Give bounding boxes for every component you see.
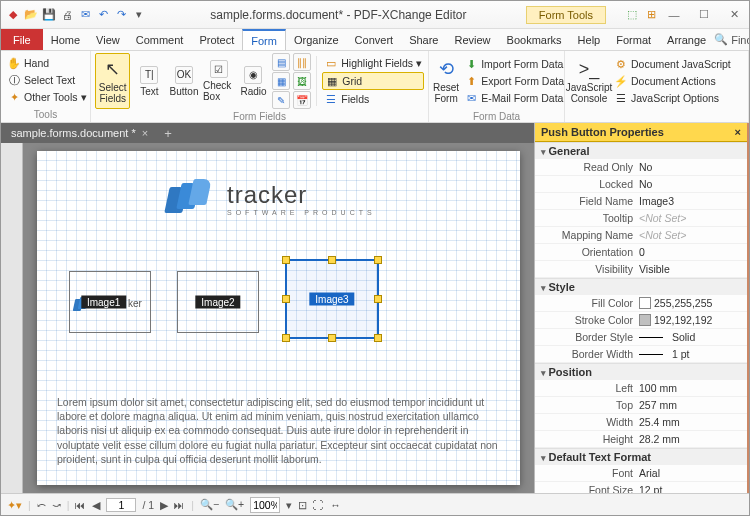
combobox-icon[interactable]: ▦ xyxy=(272,72,290,90)
tab-review[interactable]: Review xyxy=(446,29,498,50)
tab-protect[interactable]: Protect xyxy=(191,29,242,50)
options-icon[interactable]: ✦▾ xyxy=(7,499,22,511)
form-field-image2[interactable]: Image2 xyxy=(177,271,259,333)
fields-panel-button[interactable]: ☰Fields xyxy=(322,91,424,107)
tab-format[interactable]: Format xyxy=(608,29,659,50)
zoom-input[interactable] xyxy=(250,497,280,513)
prop-mapping-name[interactable]: <Not Set> xyxy=(639,229,743,241)
side-panel-strip[interactable] xyxy=(1,143,23,493)
section-default-text-format[interactable]: Default Text Format xyxy=(535,448,747,465)
ui-layout-icon[interactable]: ⊞ xyxy=(643,7,659,23)
section-general[interactable]: General xyxy=(535,142,747,159)
first-page-icon[interactable]: ⏮ xyxy=(75,499,86,511)
prop-font-size[interactable]: 12 pt xyxy=(639,484,743,493)
javascript-options[interactable]: ☰JavaScript Options xyxy=(612,90,733,106)
tab-form[interactable]: Form xyxy=(242,29,286,50)
zoom-actual-icon[interactable]: ⊡ xyxy=(298,499,307,511)
prop-border-style[interactable]: Solid xyxy=(639,331,743,343)
prop-left[interactable]: 100 mm xyxy=(639,382,743,394)
prop-locked[interactable]: No xyxy=(639,178,743,190)
button-field-button[interactable]: OKButton xyxy=(168,66,200,97)
tab-home[interactable]: Home xyxy=(43,29,88,50)
image-field-icon[interactable]: 🖼 xyxy=(293,72,311,90)
close-panel-icon[interactable]: × xyxy=(735,126,741,138)
prop-tooltip[interactable]: <Not Set> xyxy=(639,212,743,224)
contextual-tab-form-tools[interactable]: Form Tools xyxy=(526,6,606,24)
tab-view[interactable]: View xyxy=(88,29,128,50)
highlight-fields-toggle[interactable]: ▭Highlight Fields ▾ xyxy=(322,55,424,71)
prop-stroke-color[interactable]: 192,192,192 xyxy=(639,314,743,326)
other-tools[interactable]: ✦Other Tools ▾ xyxy=(5,89,89,105)
tab-comment[interactable]: Comment xyxy=(128,29,192,50)
tab-arrange[interactable]: Arrange xyxy=(659,29,714,50)
print-icon[interactable]: 🖨 xyxy=(59,7,75,23)
listbox-icon[interactable]: ▤ xyxy=(272,53,290,71)
prop-visibility[interactable]: Visible xyxy=(639,263,743,275)
form-field-image1[interactable]: Image1 ker xyxy=(69,271,151,333)
canvas[interactable]: tracker SOFTWARE PRODUCTS Image1 ker Ima… xyxy=(23,143,534,493)
properties-title[interactable]: Push Button Properties× xyxy=(535,123,747,142)
document-tab[interactable]: sample.forms.document *× xyxy=(1,123,158,143)
reset-form-button[interactable]: ⟲Reset Form xyxy=(433,53,459,109)
date-field-icon[interactable]: 📅 xyxy=(293,91,311,109)
prop-fill-color[interactable]: 255,255,255 xyxy=(639,297,743,309)
ui-mode-icon[interactable]: ⬚ xyxy=(624,7,640,23)
prop-orientation[interactable]: 0 xyxy=(639,246,743,258)
tab-bookmarks[interactable]: Bookmarks xyxy=(499,29,570,50)
prop-read-only[interactable]: No xyxy=(639,161,743,173)
prop-width[interactable]: 25.4 mm xyxy=(639,416,743,428)
last-page-icon[interactable]: ⏭ xyxy=(174,499,185,511)
undo-icon[interactable]: ↶ xyxy=(95,7,111,23)
find-button[interactable]: 🔍Find... xyxy=(714,33,750,46)
grid-toggle[interactable]: ▦Grid xyxy=(322,72,424,90)
file-tab[interactable]: File xyxy=(1,29,43,50)
document-javascript[interactable]: ⚙Document JavaScript xyxy=(612,56,733,72)
email-icon[interactable]: ✉ xyxy=(77,7,93,23)
tab-convert[interactable]: Convert xyxy=(347,29,402,50)
signature-icon[interactable]: ✎ xyxy=(272,91,290,109)
checkbox-field-button[interactable]: ☑Check Box xyxy=(203,60,235,102)
page-number-input[interactable] xyxy=(106,498,136,512)
tab-organize[interactable]: Organize xyxy=(286,29,347,50)
next-page-icon[interactable]: ▶ xyxy=(160,499,168,511)
section-position[interactable]: Position xyxy=(535,363,747,380)
prev-view-icon[interactable]: ⤺ xyxy=(37,499,46,511)
select-fields-button[interactable]: ↖Select Fields xyxy=(95,53,130,109)
zoom-in-icon[interactable]: 🔍+ xyxy=(225,498,244,511)
next-view-icon[interactable]: ⤻ xyxy=(52,499,61,511)
redo-icon[interactable]: ↷ xyxy=(113,7,129,23)
zoom-fit-icon[interactable]: ⛶ xyxy=(313,499,324,511)
minimize-button[interactable]: — xyxy=(659,4,689,26)
zoom-out-icon[interactable]: 🔍− xyxy=(200,498,219,511)
export-form-data[interactable]: ⬆Export Form Data xyxy=(462,73,566,89)
qat-more-icon[interactable]: ▾ xyxy=(131,7,147,23)
import-form-data[interactable]: ⬇Import Form Data xyxy=(462,56,566,72)
document-actions[interactable]: ⚡Document Actions xyxy=(612,73,733,89)
close-tab-icon[interactable]: × xyxy=(142,127,148,139)
js-console-button[interactable]: >_JavaScript Console xyxy=(569,53,609,109)
tab-share[interactable]: Share xyxy=(401,29,446,50)
maximize-button[interactable]: ☐ xyxy=(689,4,719,26)
add-tab-button[interactable]: + xyxy=(158,124,178,143)
zoom-width-icon[interactable]: ↔ xyxy=(330,499,341,511)
prop-top[interactable]: 257 mm xyxy=(639,399,743,411)
prev-page-icon[interactable]: ◀ xyxy=(92,499,100,511)
zoom-dropdown-icon[interactable]: ▾ xyxy=(286,499,292,511)
barcode-icon[interactable]: ∥∥ xyxy=(293,53,311,71)
open-icon[interactable]: 📂 xyxy=(23,7,39,23)
quick-access-toolbar: ◆ 📂 💾 🖨 ✉ ↶ ↷ ▾ xyxy=(1,7,151,23)
email-form-data[interactable]: ✉E-Mail Form Data xyxy=(462,90,566,106)
prop-border-width[interactable]: 1 pt xyxy=(639,348,743,360)
close-button[interactable]: ✕ xyxy=(719,4,749,26)
form-field-image3-selected[interactable]: Image3 xyxy=(285,259,379,339)
prop-field-name[interactable]: Image3 xyxy=(639,195,743,207)
save-icon[interactable]: 💾 xyxy=(41,7,57,23)
hand-tool[interactable]: ✋Hand xyxy=(5,55,89,71)
radio-field-button[interactable]: ◉Radio xyxy=(238,66,270,97)
prop-font[interactable]: Arial xyxy=(639,467,743,479)
tab-help[interactable]: Help xyxy=(570,29,609,50)
section-style[interactable]: Style xyxy=(535,278,747,295)
prop-height[interactable]: 28.2 mm xyxy=(639,433,743,445)
select-text-tool[interactable]: ⒾSelect Text xyxy=(5,72,89,88)
text-field-button[interactable]: T|Text xyxy=(133,66,165,97)
